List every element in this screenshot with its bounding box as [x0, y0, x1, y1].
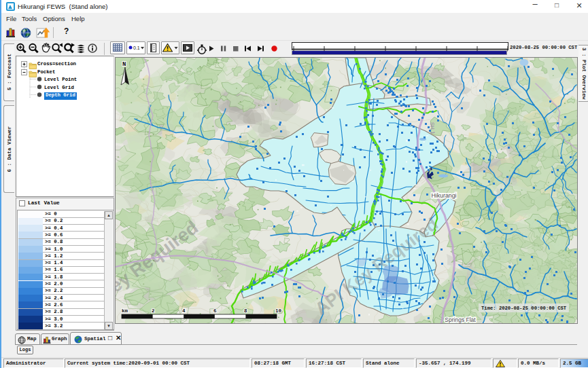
svg-text:2: 2	[152, 308, 155, 314]
svg-text:N: N	[122, 61, 126, 68]
svg-text:10: 10	[275, 308, 282, 314]
svg-text:km: km	[122, 308, 128, 314]
svg-text:Time: 2020-08-25 00:00:00 CST: Time: 2020-08-25 00:00:00 CST	[481, 306, 567, 311]
svg-text:8: 8	[244, 308, 247, 314]
svg-text:0.1: 0.1	[133, 45, 140, 50]
svg-text:4: 4	[182, 308, 186, 314]
svg-text:Springs Flat: Springs Flat	[445, 316, 476, 323]
svg-text:6: 6	[213, 308, 217, 314]
svg-text:Hikurangi: Hikurangi	[431, 192, 456, 199]
svg-text:SH 1: SH 1	[429, 122, 436, 135]
